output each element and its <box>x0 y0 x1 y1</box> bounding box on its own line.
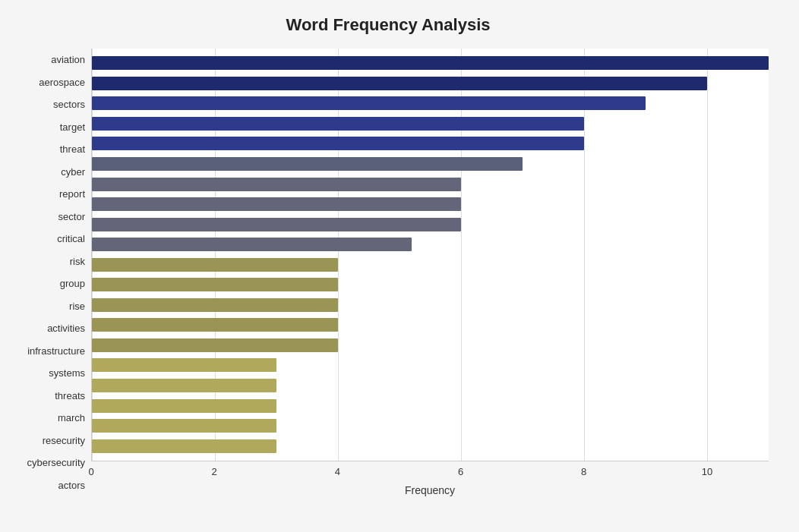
bar-row <box>92 55 769 71</box>
y-label: systems <box>49 364 85 383</box>
x-tick-label: 2 <box>212 466 217 477</box>
y-label: cyber <box>61 162 85 181</box>
x-tick-label: 10 <box>702 466 712 477</box>
bar-row <box>92 216 769 233</box>
bar <box>92 358 276 372</box>
bar-row <box>92 438 769 455</box>
bar <box>92 56 769 70</box>
y-label: infrastructure <box>27 341 85 360</box>
x-tick-label: 6 <box>458 466 463 477</box>
bar <box>92 197 461 211</box>
y-label: risk <box>70 251 85 271</box>
bar <box>92 318 338 332</box>
bar <box>92 338 338 352</box>
bar-row <box>92 95 769 112</box>
chart-container: Word Frequency Analysis aviationaerospac… <box>0 0 799 532</box>
bar <box>92 439 276 453</box>
grid-and-bars <box>91 49 769 461</box>
x-tick-label: 8 <box>581 466 586 477</box>
bar <box>92 178 461 191</box>
bar-row <box>92 297 769 313</box>
bar <box>92 399 276 413</box>
bars-section: 0246810 Frequency <box>91 49 769 496</box>
y-label: cybersecurity <box>27 453 85 473</box>
x-axis-title: Frequency <box>91 484 769 496</box>
bar <box>92 238 412 251</box>
y-label: threats <box>55 386 85 405</box>
bar-row <box>92 417 769 434</box>
bar <box>92 96 646 110</box>
bar-row <box>92 276 769 293</box>
bar <box>92 379 276 392</box>
bar <box>92 137 584 150</box>
y-label: report <box>59 184 85 204</box>
bar <box>92 218 461 231</box>
y-label: aviation <box>51 50 85 70</box>
bar <box>92 419 276 433</box>
y-label: aerospace <box>39 72 85 92</box>
bar <box>92 157 523 171</box>
bar-row <box>92 377 769 394</box>
bar-row <box>92 236 769 253</box>
bars-wrapper <box>92 49 769 461</box>
bar-row <box>92 398 769 414</box>
bar-row <box>92 357 769 373</box>
y-label: threat <box>60 140 85 159</box>
bar-row <box>92 257 769 273</box>
y-label: group <box>60 274 85 294</box>
chart-title: Word Frequency Analysis <box>8 15 769 35</box>
y-label: activities <box>47 319 85 338</box>
chart-area: aviationaerospacesectorstargetthreatcybe… <box>8 49 769 496</box>
y-axis-labels: aviationaerospacesectorstargetthreatcybe… <box>8 49 91 496</box>
x-tick-label: 4 <box>335 466 340 477</box>
y-label: target <box>60 117 85 137</box>
y-label: resecurity <box>43 430 85 450</box>
bar-row <box>92 337 769 354</box>
y-label: critical <box>57 229 85 249</box>
bar-row <box>92 75 769 92</box>
x-tick-label: 0 <box>88 466 93 477</box>
bar-row <box>92 115 769 132</box>
bar-row <box>92 135 769 152</box>
bar-row <box>92 316 769 333</box>
bar-row <box>92 156 769 172</box>
bar <box>92 117 584 131</box>
bar-row <box>92 196 769 212</box>
y-label: march <box>58 408 85 428</box>
y-label: actors <box>58 475 85 495</box>
bar <box>92 278 338 291</box>
y-label: rise <box>69 296 85 316</box>
bar <box>92 298 338 312</box>
bar-row <box>92 176 769 193</box>
y-label: sectors <box>53 95 85 115</box>
x-axis-labels: 0246810 <box>91 466 769 481</box>
bar <box>92 258 338 272</box>
y-label: sector <box>58 206 85 226</box>
bar <box>92 77 707 90</box>
